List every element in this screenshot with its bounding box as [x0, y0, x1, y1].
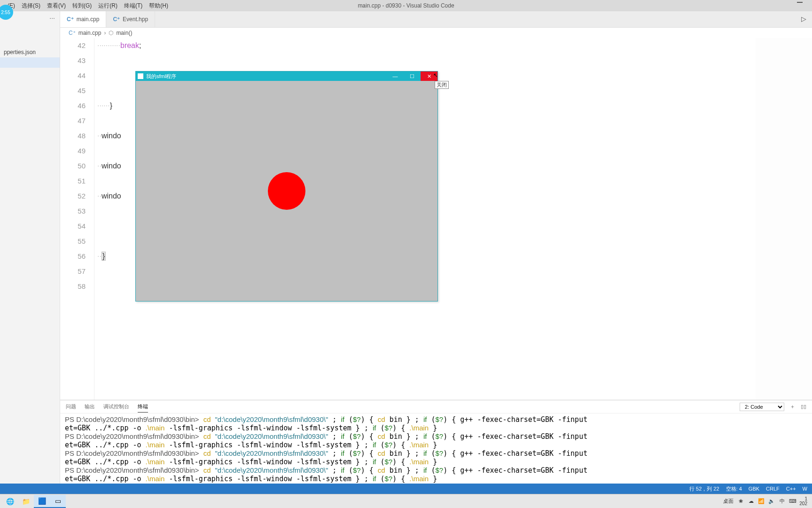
panel-tab-terminal[interactable]: 终端	[138, 401, 148, 413]
explorer-file-properties[interactable]: pperties.json	[0, 47, 60, 57]
explorer-selection[interactable]	[0, 57, 60, 68]
menu-view[interactable]: 查看(V)	[47, 2, 66, 10]
panel-tab-debug[interactable]: 调试控制台	[103, 401, 129, 412]
new-terminal-icon[interactable]: ＋	[790, 403, 795, 410]
breadcrumb-symbol[interactable]: main()	[116, 30, 132, 36]
tray-desktop-label[interactable]: 桌面	[723, 498, 734, 505]
menu-terminal[interactable]: 终端(T)	[124, 2, 142, 10]
menu-help[interactable]: 帮助(H)	[149, 2, 168, 10]
sfml-close-button[interactable]: ✕ ↖ 关闭	[421, 71, 437, 81]
sfml-canvas	[136, 81, 437, 301]
editor-tabs: C⁺ main.cpp C⁺ Event.hpp ▷	[60, 11, 812, 28]
tray-keyboard-icon[interactable]: ⌨	[789, 498, 796, 504]
cpp-file-icon: C⁺	[69, 30, 76, 36]
status-extra: W	[803, 486, 807, 492]
windows-taskbar: 🌐 📁 🟦 ▭ 桌面 ❀ ☁ 📶 🔈 中 ⌨ 1202	[0, 494, 812, 508]
app-icon	[138, 73, 143, 79]
panel-tab-problems[interactable]: 问题	[66, 401, 76, 412]
run-button-icon[interactable]: ▷	[801, 15, 806, 23]
breadcrumb-file[interactable]: main.cpp	[78, 30, 102, 36]
window-minimize-icon[interactable]	[797, 2, 803, 3]
tab-label: Event.hpp	[123, 16, 148, 23]
sfml-window-title: 我的sfml程序	[146, 73, 176, 80]
menu-select[interactable]: 选择(S)	[22, 2, 40, 10]
panel-tab-output[interactable]: 输出	[85, 401, 95, 412]
tray-volume-icon[interactable]: 🔈	[768, 498, 775, 504]
line-gutter: 4243444546474849505152535455565758	[60, 38, 94, 400]
tray-clock[interactable]: 1202	[799, 497, 807, 506]
sfml-maximize-button[interactable]: ☐	[404, 71, 421, 81]
status-bar: 行 52，列 22 空格: 4 GBK CRLF C++ W	[0, 484, 812, 494]
sfml-minimize-button[interactable]: —	[387, 71, 404, 81]
split-terminal-icon[interactable]: ▯▯	[801, 404, 806, 410]
breadcrumb[interactable]: C⁺ main.cpp › ⬡ main()	[60, 28, 812, 38]
window-title: main.cpp - d0930 - Visual Studio Code	[358, 2, 454, 9]
minimap[interactable]	[756, 38, 812, 400]
menu-run[interactable]: 运行(R)	[98, 2, 117, 10]
tray-flower-icon[interactable]: ❀	[737, 498, 744, 504]
close-icon: ✕	[427, 73, 431, 79]
tray-ime-icon[interactable]: 中	[779, 498, 785, 505]
taskbar-vscode-icon[interactable]: 🟦	[34, 495, 50, 508]
terminal-selector[interactable]: 2: Code	[740, 403, 784, 411]
bottom-panel: 问题 输出 调试控制台 终端 2: Code ＋ ▯▯ PS D:\code\y…	[60, 400, 812, 494]
taskbar-edge-icon[interactable]: 🌐	[2, 495, 18, 508]
taskbar-explorer-icon[interactable]: 📁	[18, 495, 34, 508]
tray-cloud-icon[interactable]: ☁	[748, 498, 754, 504]
tab-main-cpp[interactable]: C⁺ main.cpp	[60, 11, 106, 27]
status-eol[interactable]: CRLF	[766, 486, 780, 492]
chevron-right-icon: ›	[104, 30, 106, 36]
tab-event-hpp[interactable]: C⁺ Event.hpp	[106, 11, 155, 27]
panel-tabs: 问题 输出 调试控制台 终端 2: Code ＋ ▯▯	[60, 400, 812, 413]
mouse-cursor-icon: ↖	[433, 72, 438, 79]
system-tray[interactable]: 桌面 ❀ ☁ 📶 🔈 中 ⌨ 1202	[723, 497, 810, 506]
status-encoding[interactable]: GBK	[749, 486, 759, 492]
menu-bar: (E) 选择(S) 查看(V) 转到(G) 运行(R) 终端(T) 帮助(H) …	[0, 0, 812, 11]
close-tooltip: 关闭	[435, 81, 449, 89]
red-circle-shape	[268, 172, 305, 210]
cpp-file-icon: C⁺	[67, 16, 74, 23]
terminal-output[interactable]: PS D:\code\y2020\month9\sfml\d0930\bin> …	[60, 413, 812, 494]
symbol-icon: ⬡	[109, 30, 113, 36]
tray-wifi-icon[interactable]: 📶	[758, 498, 765, 504]
status-spaces[interactable]: 空格: 4	[726, 485, 742, 492]
taskbar-app-icon[interactable]: ▭	[50, 495, 66, 508]
menu-goto[interactable]: 转到(G)	[72, 2, 92, 10]
tab-label: main.cpp	[77, 16, 100, 23]
cpp-file-icon: C⁺	[113, 16, 120, 23]
status-language[interactable]: C++	[786, 486, 796, 492]
sfml-title-bar[interactable]: 我的sfml程序 — ☐ ✕ ↖ 关闭	[136, 71, 437, 81]
sfml-app-window[interactable]: 我的sfml程序 — ☐ ✕ ↖ 关闭	[135, 71, 438, 302]
explorer-sidebar: ··· pperties.json	[0, 11, 60, 494]
status-cursor[interactable]: 行 52，列 22	[689, 485, 719, 492]
